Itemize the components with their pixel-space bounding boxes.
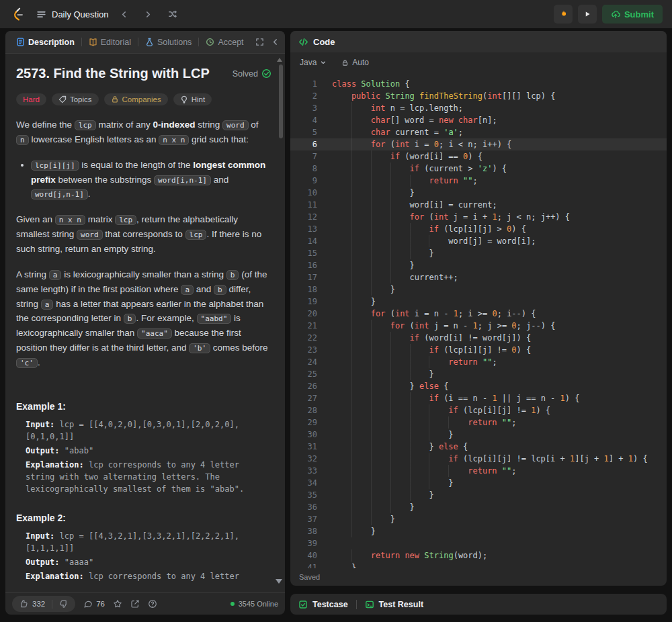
testcase-tab[interactable]: Testcase <box>298 600 348 609</box>
example-1-heading: Example 1: <box>16 401 271 412</box>
code-line[interactable]: 14word[j] = word[i]; <box>290 235 667 247</box>
comments-button[interactable]: 76 <box>83 599 105 609</box>
code-line[interactable]: 38} <box>290 525 667 537</box>
tab-description[interactable]: Description <box>11 31 80 53</box>
line-number: 27 <box>290 392 317 404</box>
code-line[interactable]: 40return new String(word); <box>290 549 667 562</box>
test-result-tab[interactable]: Test Result <box>365 600 423 609</box>
daily-list-icon <box>36 9 46 19</box>
line-number: 17 <box>290 271 317 283</box>
inline-code: "aabd" <box>197 314 232 324</box>
shuffle-icon[interactable] <box>164 5 181 23</box>
fullscreen-icon[interactable] <box>255 38 264 46</box>
leetcode-logo-icon[interactable] <box>9 7 24 21</box>
code-line[interactable]: 11word[i] = current; <box>290 199 667 211</box>
code-line[interactable]: 18} <box>290 283 667 296</box>
code-line[interactable]: 19} <box>290 296 667 308</box>
line-number: 12 <box>290 211 317 223</box>
submit-button[interactable]: Submit <box>602 5 663 24</box>
code-line[interactable]: 37} <box>290 513 667 525</box>
companies-button[interactable]: Companies <box>104 93 168 105</box>
code-line[interactable]: 9return ""; <box>290 175 667 187</box>
example-1-block: Input: lcp = [[4,0,2,0],[0,3,0,1],[2,0,2… <box>16 418 271 495</box>
daily-question-link[interactable]: Daily Question <box>36 9 109 19</box>
code-line[interactable]: 23if (lcp[i][j] != 0) { <box>290 344 667 356</box>
code-line[interactable]: 28if (lcp[i][j] != 1) { <box>290 404 667 416</box>
code-line[interactable]: 26} else { <box>290 380 667 392</box>
example-2-block: Input: lcp = [[4,3,2,1],[3,3,2,1],[2,2,2… <box>16 530 271 582</box>
code-line[interactable]: 29return ""; <box>290 416 667 429</box>
code-line[interactable]: 27if (i == n - 1 || j == n - 1) { <box>290 392 667 404</box>
code-line[interactable]: 22if (word[i] != word[j]) { <box>290 332 667 344</box>
like-button[interactable]: 332 <box>12 596 52 612</box>
line-number: 5 <box>290 126 317 138</box>
code-panel-header[interactable]: Code <box>290 31 667 52</box>
code-line[interactable]: 8if (current > 'z') { <box>290 163 667 175</box>
editor-statusbar: Saved <box>290 568 667 586</box>
scrollbar-down-arrow[interactable] <box>276 579 282 584</box>
favorite-button[interactable] <box>113 599 122 609</box>
next-question-button[interactable] <box>140 5 157 23</box>
problem-content[interactable]: 2573. Find the String with LCP Solved Ha… <box>5 54 285 592</box>
streak-flame-button[interactable] <box>554 5 573 24</box>
line-number: 9 <box>290 175 317 187</box>
run-button[interactable] <box>578 5 597 24</box>
code-line[interactable]: 2public String findTheString(int[][] lcp… <box>290 90 667 102</box>
code-line[interactable]: 32if (lcp[i][j] != lcp[i + 1][j + 1] + 1… <box>290 453 667 465</box>
code-line[interactable]: 31} else { <box>290 441 667 453</box>
code-line[interactable]: 5char current = 'a'; <box>290 126 667 138</box>
tag-icon <box>58 95 67 103</box>
inline-code: word <box>77 230 103 240</box>
description-paragraph: We define the lcp matrix of any 0-indexe… <box>16 118 271 147</box>
tab-solutions[interactable]: Solutions <box>140 31 197 53</box>
share-icon <box>130 599 140 609</box>
code-line[interactable]: 36} <box>290 501 667 513</box>
code-line[interactable]: 3int n = lcp.length; <box>290 102 667 114</box>
prev-question-button[interactable] <box>116 5 133 23</box>
code-line[interactable]: 17current++; <box>290 271 667 283</box>
code-line[interactable]: 24return ""; <box>290 356 667 368</box>
collapse-panel-icon[interactable] <box>271 38 280 46</box>
difficulty-badge[interactable]: Hard <box>16 93 46 105</box>
code-line[interactable]: 21for (int j = n - 1; j >= 0; j--) { <box>290 320 667 332</box>
line-number: 6 <box>290 138 317 150</box>
code-line[interactable]: 13if (lcp[i][j] > 0) { <box>290 223 667 235</box>
share-button[interactable] <box>130 599 140 609</box>
code-line[interactable]: 35} <box>290 489 667 501</box>
line-number: 22 <box>290 332 317 344</box>
code-line[interactable]: 6for (int i = 0; i < n; i++) { <box>290 138 667 150</box>
code-line[interactable]: 33return ""; <box>290 465 667 477</box>
code-line[interactable]: 20for (int i = n - 1; i >= 0; i--) { <box>290 308 667 320</box>
code-line[interactable]: 4char[] word = new char[n]; <box>290 114 667 126</box>
language-selector[interactable]: Java <box>300 58 327 67</box>
code-editor[interactable]: 1class Solution {2public String findTheS… <box>290 73 667 568</box>
tab-accepted[interactable]: Accept <box>200 31 249 53</box>
hint-button[interactable]: Hint <box>173 93 212 105</box>
code-line[interactable]: 16} <box>290 259 667 271</box>
help-button[interactable] <box>148 599 157 609</box>
tab-editorial[interactable]: Editorial <box>83 31 136 53</box>
code-line[interactable]: 12for (int j = i + 1; j < n; j++) { <box>290 211 667 223</box>
scrollbar-thumb[interactable] <box>279 64 283 138</box>
code-line[interactable]: 15} <box>290 247 667 259</box>
code-line[interactable]: 41} <box>290 562 667 568</box>
code-line[interactable]: 1class Solution { <box>290 78 667 90</box>
inline-code: "aaca" <box>137 328 172 339</box>
dislike-button[interactable] <box>52 596 75 612</box>
line-number: 23 <box>290 344 317 356</box>
code-line[interactable]: 10} <box>290 187 667 199</box>
code-line[interactable]: 25} <box>290 368 667 380</box>
code-line[interactable]: 34} <box>290 477 667 489</box>
solved-badge: Solved <box>233 69 271 79</box>
code-line[interactable]: 30} <box>290 429 667 441</box>
code-line[interactable]: 39 <box>290 537 667 549</box>
scrollbar-up-arrow[interactable] <box>277 58 282 62</box>
line-number: 37 <box>290 513 317 525</box>
inline-code: word[j,n-1] <box>31 189 88 199</box>
top-navbar: Daily Question <box>0 0 672 28</box>
streak-flame-icon <box>558 9 568 19</box>
code-line[interactable]: 7if (word[i] == 0) { <box>290 150 667 163</box>
topics-button[interactable]: Topics <box>52 93 99 105</box>
auto-toggle[interactable]: Auto <box>341 58 369 67</box>
editorial-icon <box>89 38 97 46</box>
